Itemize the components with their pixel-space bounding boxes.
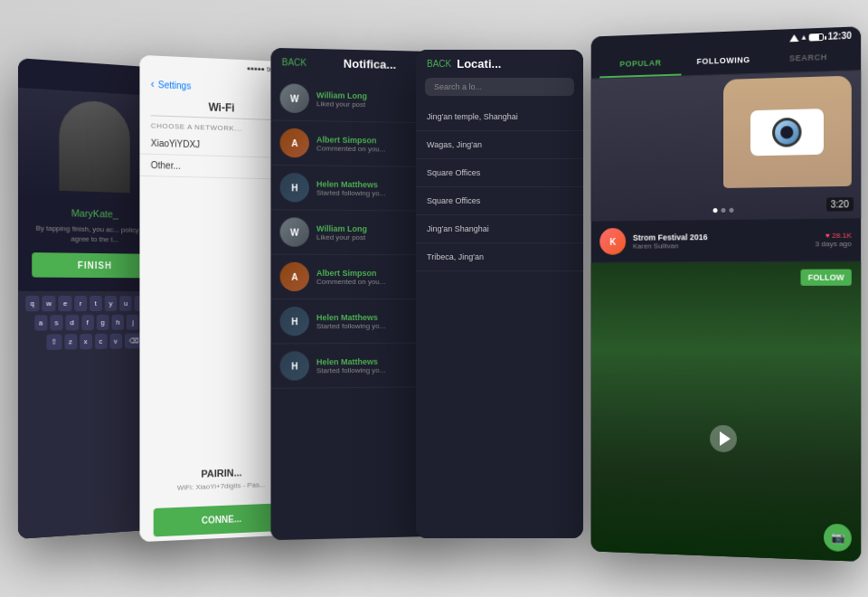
notif-name-5: Albert Simpson	[316, 268, 429, 277]
notification-item-6[interactable]: H Helen Matthews Started following yo...	[270, 299, 438, 344]
camera-fab-icon: 📷	[831, 531, 844, 545]
key-u[interactable]: u	[119, 296, 132, 311]
location-item-5[interactable]: Jing'an Shanghai	[416, 215, 583, 243]
wifi-dots	[247, 67, 264, 71]
hand-shape	[723, 76, 852, 188]
notifications-header: BACK Notifica...	[270, 48, 438, 80]
key-r[interactable]: r	[74, 296, 87, 311]
key-x[interactable]: x	[80, 334, 92, 349]
camera-lens	[772, 118, 801, 147]
tab-following[interactable]: FOLLOWING	[682, 47, 766, 75]
hero-bg	[591, 71, 861, 221]
card-avatar: K	[599, 228, 626, 255]
notif-text-1: William Long Liked your post	[316, 90, 429, 109]
crowd-layer	[591, 261, 861, 561]
card-likes: ♥ 28.1K	[816, 232, 852, 240]
notif-text-6: Helen Matthews Started following yo...	[316, 312, 429, 329]
phone-4: BACK Locati... Search a lo... Jing'an te…	[416, 50, 583, 538]
back-button[interactable]: BACK	[282, 57, 307, 68]
notification-item-5[interactable]: A Albert Simpson Commented on you...	[270, 255, 438, 299]
location-header: BACK Locati...	[416, 50, 583, 78]
card-row[interactable]: K Strom Festival 2016 Karen Sullivan ♥ 2…	[591, 218, 861, 262]
notif-avatar-5: A	[280, 262, 309, 291]
tab-search[interactable]: SEARCH	[766, 44, 852, 73]
notif-name-4: William Long	[316, 223, 429, 233]
status-icons: ▲	[789, 33, 825, 43]
location-search-input[interactable]: Search a lo...	[425, 78, 574, 96]
notif-name-3: Helen Matthews	[316, 179, 429, 189]
status-time: 12:30	[828, 31, 852, 42]
phone-3: BACK Notifica... W William Long Liked yo…	[270, 48, 438, 540]
notification-item-4[interactable]: W William Long Liked your post	[270, 210, 438, 255]
scene: ✕ MaryKate_ By tapping finish, you ac...…	[0, 0, 868, 597]
location-item-4[interactable]: Square Offices	[416, 187, 583, 215]
dot-3	[729, 208, 733, 213]
key-q[interactable]: q	[25, 296, 39, 311]
notif-avatar-1: W	[280, 83, 309, 113]
play-button-icon[interactable]	[710, 425, 737, 453]
notif-action-2: Commented on you...	[316, 144, 429, 154]
concert-bg	[591, 261, 861, 561]
location-text-4: Square Offices	[427, 196, 480, 205]
camera-fab-button[interactable]: 📷	[824, 524, 852, 553]
finish-button[interactable]: FINISH	[32, 252, 156, 278]
dot-1	[713, 208, 718, 213]
location-item-2[interactable]: Wagas, Jing'an	[416, 131, 583, 159]
key-g[interactable]: g	[96, 315, 108, 330]
notification-item-2[interactable]: A Albert Simpson Commented on you...	[270, 120, 438, 167]
location-text-3: Square Offices	[427, 168, 480, 177]
hand-camera	[723, 76, 852, 215]
location-item-1[interactable]: Jing'an temple, Shanghai	[416, 103, 583, 131]
follow-button[interactable]: FOLLOW	[800, 269, 851, 285]
card-time: 3 days ago	[816, 240, 852, 248]
notif-action-6: Started following yo...	[316, 321, 429, 329]
back-arrow-icon[interactable]: ‹	[151, 78, 155, 90]
notif-name-6: Helen Matthews	[316, 312, 429, 321]
location-text-6: Tribeca, Jing'an	[427, 252, 484, 261]
key-d[interactable]: d	[65, 315, 78, 330]
key-a[interactable]: a	[34, 316, 48, 331]
notif-avatar-3: H	[280, 173, 309, 203]
notif-action-1: Liked your post	[316, 100, 429, 109]
notif-avatar-4: W	[280, 217, 309, 246]
location-text-1: Jing'an temple, Shanghai	[427, 112, 518, 121]
key-h[interactable]: h	[111, 315, 124, 330]
network-name-1: XiaoYiYDXJ	[151, 138, 201, 150]
wifi-icon: ▲	[800, 33, 807, 42]
location-back-button[interactable]: BACK	[427, 59, 451, 69]
connect-button[interactable]: CONNE...	[154, 503, 288, 536]
notif-action-4: Liked your post	[316, 232, 429, 242]
notif-action-7: Started following yo...	[316, 365, 429, 374]
avatar-silhouette	[59, 100, 129, 194]
concert-hero: FOLLOW 📷	[591, 261, 861, 561]
key-z[interactable]: z	[64, 335, 77, 350]
location-text-5: Jing'an Shanghai	[427, 224, 489, 233]
settings-link[interactable]: Settings	[158, 80, 191, 91]
notification-item-7[interactable]: H Helen Matthews Started following yo...	[270, 344, 438, 389]
notification-item-3[interactable]: H Helen Matthews Started following yo...	[270, 166, 438, 212]
card-stats: ♥ 28.1K 3 days ago	[816, 232, 852, 249]
battery-icon	[809, 33, 824, 41]
notif-action-3: Started following yo...	[316, 188, 429, 197]
notif-text-7: Helen Matthews Started following yo...	[316, 356, 429, 374]
notifications-title: Notifica...	[312, 56, 427, 72]
tab-popular[interactable]: POPULAR	[599, 51, 682, 79]
key-shift[interactable]: ⇧	[46, 335, 61, 350]
location-item-6[interactable]: Tribeca, Jing'an	[416, 243, 583, 271]
notif-text-3: Helen Matthews Started following yo...	[316, 179, 429, 197]
network-name-2: Other...	[151, 160, 181, 171]
key-t[interactable]: t	[90, 296, 102, 311]
key-y[interactable]: y	[105, 296, 118, 311]
notification-item-1[interactable]: W William Long Liked your post	[270, 76, 438, 123]
key-e[interactable]: e	[59, 296, 71, 311]
key-v[interactable]: v	[109, 334, 122, 349]
key-f[interactable]: f	[81, 315, 94, 330]
card-info: Strom Festival 2016 Karen Sullivan	[633, 232, 808, 250]
card-subtitle: Karen Sullivan	[633, 241, 808, 250]
key-w[interactable]: w	[42, 296, 56, 311]
key-c[interactable]: c	[95, 334, 108, 349]
key-j[interactable]: j	[127, 315, 138, 330]
key-s[interactable]: s	[50, 316, 62, 331]
location-item-3[interactable]: Square Offices	[416, 159, 583, 187]
camera-device	[750, 109, 824, 156]
